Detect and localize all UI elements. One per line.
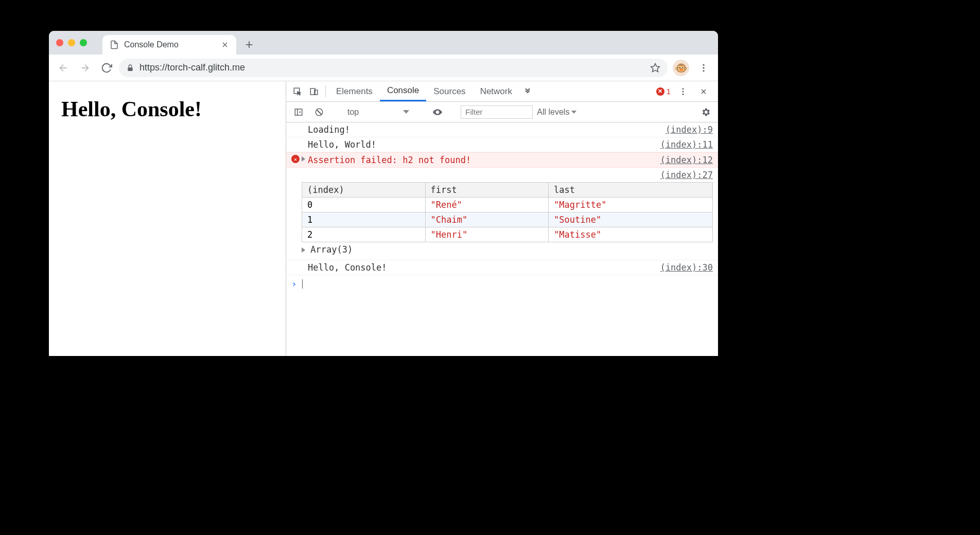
svg-marker-1 xyxy=(651,63,660,72)
table-row: 0 "René" "Magritte" xyxy=(302,198,713,212)
page-content: Hello, Console! xyxy=(49,81,286,356)
menu-button[interactable] xyxy=(694,59,713,77)
log-message: Hello, World! xyxy=(291,139,376,150)
lock-icon xyxy=(126,64,134,72)
log-source-link[interactable]: (index):30 xyxy=(650,262,713,273)
log-message: Hello, Console! xyxy=(291,262,387,273)
address-bar[interactable]: https://torch-calf.glitch.me xyxy=(119,59,668,77)
table-header-row: (index) first last xyxy=(302,183,713,198)
svg-point-2 xyxy=(703,64,704,65)
svg-rect-0 xyxy=(128,67,132,71)
context-selector[interactable]: top xyxy=(342,108,414,117)
table-cell: "René" xyxy=(425,198,549,212)
error-count-badge[interactable]: ✕ 1 xyxy=(656,87,671,96)
table-cell: "Henri" xyxy=(425,227,549,242)
log-source-link[interactable]: (index):27 xyxy=(660,168,713,182)
more-tabs-icon[interactable] xyxy=(519,81,536,101)
traffic-lights xyxy=(56,39,87,46)
maximize-window-icon[interactable] xyxy=(80,39,87,46)
device-toggle-icon[interactable] xyxy=(306,81,322,101)
browser-tab[interactable]: Console Demo xyxy=(102,35,236,55)
console-table-block: (index):27 (index) first last xyxy=(286,168,718,260)
log-levels-selector[interactable]: All levels xyxy=(537,108,576,117)
svg-rect-11 xyxy=(295,109,302,115)
forward-button[interactable] xyxy=(76,59,94,77)
console-table: (index) first last 0 "René" "Magritte" xyxy=(302,182,713,242)
table-header[interactable]: (index) xyxy=(302,183,426,198)
svg-point-3 xyxy=(703,67,704,68)
bookmark-icon[interactable] xyxy=(650,63,660,73)
log-source-link[interactable]: (index):9 xyxy=(655,124,713,135)
log-entry: Loading! (index):9 xyxy=(286,122,718,137)
back-button[interactable] xyxy=(54,59,73,77)
profile-avatar[interactable]: 🐵 xyxy=(673,60,689,76)
filter-input[interactable] xyxy=(461,105,533,119)
clear-console-icon[interactable] xyxy=(311,108,327,117)
table-cell: "Chaim" xyxy=(425,212,549,227)
table-cell: 0 xyxy=(302,198,426,212)
live-expression-icon[interactable] xyxy=(429,107,446,117)
settings-icon[interactable] xyxy=(697,107,714,117)
table-cell: "Magritte" xyxy=(549,198,713,212)
title-bar: Console Demo + xyxy=(49,31,718,55)
url-text: https://torch-calf.glitch.me xyxy=(139,62,245,73)
page-icon xyxy=(110,40,119,49)
svg-point-10 xyxy=(682,93,684,95)
log-source-link[interactable]: (index):12 xyxy=(650,155,713,165)
console-filter-bar: top All levels xyxy=(286,102,718,122)
reload-button[interactable] xyxy=(97,59,116,77)
page-heading: Hello, Console! xyxy=(61,97,273,121)
context-value: top xyxy=(347,108,359,117)
console-output: Loading! (index):9 Hello, World! (index)… xyxy=(286,122,718,356)
table-row: 1 "Chaim" "Soutine" xyxy=(302,212,713,227)
content-area: Hello, Console! Elements Console Sources… xyxy=(49,81,718,356)
dropdown-icon xyxy=(571,111,576,114)
log-entry: Hello, World! (index):11 xyxy=(286,137,718,152)
browser-window: Console Demo + https://torch-calf.glitch… xyxy=(49,31,718,356)
error-icon: ✕ xyxy=(656,87,664,96)
inspect-element-icon[interactable] xyxy=(289,81,306,101)
console-prompt[interactable]: › xyxy=(286,275,718,292)
prompt-icon: › xyxy=(291,278,297,289)
close-tab-icon[interactable] xyxy=(221,41,229,49)
new-tab-button[interactable]: + xyxy=(241,37,257,52)
close-devtools-icon[interactable] xyxy=(695,87,712,96)
toolbar: https://torch-calf.glitch.me 🐵 xyxy=(49,55,718,81)
error-log-entry: ✕ Assertion failed: h2 not found! (index… xyxy=(286,152,718,168)
array-label: Array(3) xyxy=(310,244,353,255)
devtools-panel: Elements Console Sources Network ✕ 1 xyxy=(286,81,718,356)
error-icon: ✕ xyxy=(291,155,300,163)
tab-console[interactable]: Console xyxy=(380,81,426,101)
sidebar-toggle-icon[interactable] xyxy=(290,108,307,117)
minimize-window-icon[interactable] xyxy=(68,39,75,46)
levels-label: All levels xyxy=(537,108,569,117)
dropdown-icon xyxy=(403,110,409,114)
tab-elements[interactable]: Elements xyxy=(329,81,380,101)
tab-title: Console Demo xyxy=(124,40,179,49)
tab-sources[interactable]: Sources xyxy=(426,81,472,101)
svg-point-8 xyxy=(682,88,684,90)
table-cell: "Matisse" xyxy=(549,227,713,242)
table-cell: 2 xyxy=(302,227,426,242)
devtools-tabs: Elements Console Sources Network ✕ 1 xyxy=(286,81,718,102)
expand-icon xyxy=(302,247,305,253)
tab-network[interactable]: Network xyxy=(473,81,519,101)
table-cell: "Soutine" xyxy=(549,212,713,227)
log-message: Assertion failed: h2 not found! xyxy=(308,155,471,165)
table-header[interactable]: first xyxy=(425,183,549,198)
separator xyxy=(325,85,326,97)
log-message: Loading! xyxy=(291,124,350,135)
error-count: 1 xyxy=(667,87,671,96)
log-source-link[interactable]: (index):11 xyxy=(650,139,713,150)
table-header[interactable]: last xyxy=(549,183,713,198)
devtools-menu-icon[interactable] xyxy=(675,87,691,96)
expand-icon[interactable] xyxy=(302,156,305,162)
table-row: 2 "Henri" "Matisse" xyxy=(302,227,713,242)
cursor-icon xyxy=(302,279,303,289)
array-expand[interactable]: Array(3) xyxy=(302,242,713,257)
table-cell: 1 xyxy=(302,212,426,227)
log-entry: Hello, Console! (index):30 xyxy=(286,260,718,275)
svg-point-4 xyxy=(703,70,704,72)
svg-point-9 xyxy=(682,91,684,92)
close-window-icon[interactable] xyxy=(56,39,63,46)
